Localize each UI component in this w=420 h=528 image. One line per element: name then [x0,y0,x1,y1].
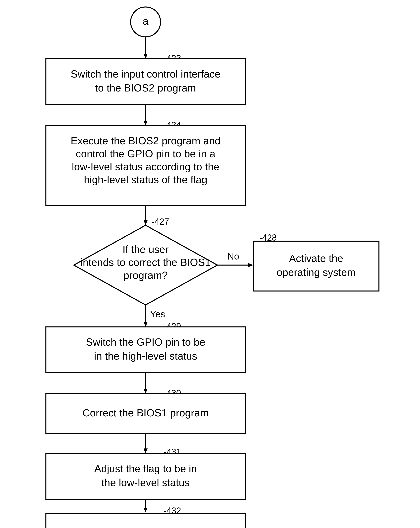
arrowhead-431-to-432 [144,508,148,512]
box-423 [46,59,245,105]
box-429-text-line2: in the high-level status [94,350,197,362]
arrowhead-424-to-427 [144,220,148,225]
box-430-text: Correct the BIOS1 program [83,407,209,419]
box-432-text: Reset the computer system [83,527,209,528]
diamond-427-text-line1: If the user [123,244,169,255]
arrowhead-430-to-431 [144,448,148,454]
box-428-text-line1: Activate the [289,252,343,264]
arrowhead-yes [144,322,148,327]
yes-label: Yes [150,309,165,319]
box-424-text-line1: Execute the BIOS2 program and [71,135,221,146]
box-431-text-line2: the low-level status [101,477,190,488]
arrowhead-423-to-424 [144,120,148,126]
box-424-text-line2: control the GPIO pin to be in a [76,148,215,159]
box-431 [46,454,245,499]
diamond-427-text-line3: program? [124,269,168,281]
box-429 [46,327,245,373]
box-423-text-line2: to the BIOS2 program [95,82,196,94]
box-432 [46,513,245,528]
box-428 [253,241,379,291]
box-423-text-line1: Switch the input control interface [71,68,221,80]
box-424-text-line4: high-level status of the flag [84,174,207,185]
box-431-text-line1: Adjust the flag to be in [94,463,197,474]
diamond-427-text-line2: intends to correct the BIOS1 [80,256,210,268]
arrowhead-429-to-430 [144,389,148,394]
box-428-text-line2: operating system [277,266,356,278]
box-429-text-line1: Switch the GPIO pin to be [86,336,205,348]
no-label: No [228,251,239,262]
connector-label-a: a [143,15,148,27]
arrowhead-a-to-423 [144,54,148,59]
flowchart-diagram: a -423 Switch the input control interfac… [0,0,420,528]
arrowhead-no [248,263,253,267]
box-424-text-line3: low-level status according to the [72,161,219,172]
ref-427: -427 [152,217,169,227]
